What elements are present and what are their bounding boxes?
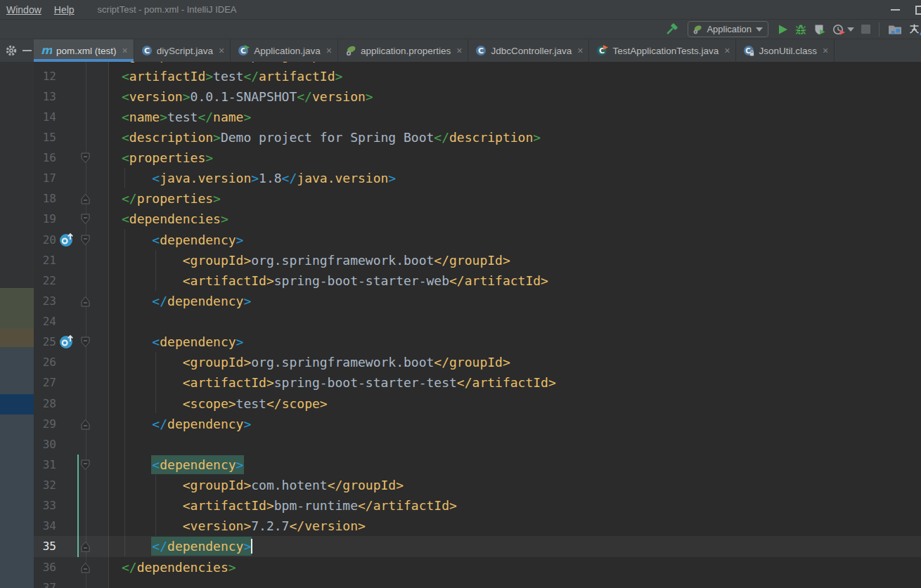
code-line[interactable]: 37: [34, 577, 921, 588]
code-line[interactable]: 32 <groupId>com.hotent</groupId>: [34, 475, 921, 495]
line-number[interactable]: 13: [34, 86, 56, 107]
run-button[interactable]: [778, 21, 788, 38]
fold-marker-down[interactable]: [81, 459, 90, 473]
code-line[interactable]: 23 </dependency>: [34, 291, 921, 311]
run-config-selector[interactable]: Application: [688, 21, 768, 37]
tab-jdbccontroller-java[interactable]: CJdbcController.java×: [468, 39, 589, 62]
class-run-icon: C: [238, 45, 250, 56]
line-number[interactable]: 29: [34, 414, 56, 434]
line-number[interactable]: 32: [34, 475, 56, 495]
close-icon[interactable]: ×: [823, 45, 828, 56]
line-number[interactable]: 27: [34, 372, 56, 393]
line-number[interactable]: 31: [34, 455, 56, 475]
close-icon[interactable]: ×: [219, 45, 224, 56]
profiler-button[interactable]: [832, 21, 845, 38]
translate-button[interactable]: A: [909, 21, 921, 38]
line-number[interactable]: 24: [34, 311, 56, 332]
code-line[interactable]: 28 <scope>test</scope>: [34, 393, 921, 414]
minimize-button[interactable]: [891, 9, 900, 11]
tool-windows-button[interactable]: [888, 21, 902, 38]
code-line[interactable]: 36</dependencies>: [34, 557, 921, 577]
code-line[interactable]: 34 <version>7.2.7</version>: [34, 516, 921, 536]
line-number[interactable]: 19: [34, 209, 56, 229]
line-number[interactable]: 14: [34, 107, 56, 127]
line-number[interactable]: 35: [34, 536, 56, 556]
code-line[interactable]: 29 </dependency>: [34, 414, 921, 434]
code-line[interactable]: 20 <dependency>: [34, 230, 921, 250]
line-number[interactable]: 15: [34, 127, 56, 148]
editor-pane[interactable]: 11<groupId>com.script</groupId>12<artifa…: [34, 62, 921, 588]
line-number[interactable]: 37: [34, 577, 56, 588]
code-line[interactable]: 17 <java.version>1.8</java.version>: [34, 168, 921, 188]
fold-marker-up[interactable]: [81, 562, 90, 576]
menu-item-window[interactable]: Window: [0, 4, 48, 15]
tab-diyscript-java[interactable]: CdiyScript.java×: [134, 39, 231, 62]
tab-pom-xml-test-[interactable]: mpom.xml (test)×: [34, 39, 134, 62]
line-number[interactable]: 20: [34, 230, 56, 250]
line-number[interactable]: 33: [34, 495, 56, 516]
line-number[interactable]: 22: [34, 270, 56, 291]
matched-tag-highlight: <dependency>: [151, 455, 244, 474]
stop-button[interactable]: [861, 21, 870, 38]
debug-button[interactable]: [795, 21, 806, 38]
code-line[interactable]: 18</properties>: [34, 188, 921, 209]
line-number[interactable]: 34: [34, 516, 56, 536]
code-text: <dependency>: [122, 230, 243, 250]
code-line[interactable]: 12<artifactId>test</artifactId>: [34, 66, 921, 86]
code-line[interactable]: 19<dependencies>: [34, 209, 921, 229]
code-line[interactable]: 13<version>0.0.1-SNAPSHOT</version>: [34, 86, 921, 107]
line-number[interactable]: 26: [34, 352, 56, 372]
maven-dependency-gutter-icon[interactable]: [59, 334, 75, 352]
close-icon[interactable]: ×: [326, 45, 332, 56]
line-number[interactable]: 17: [34, 168, 56, 188]
tab-application-properties[interactable]: application.properties×: [338, 39, 469, 62]
close-icon[interactable]: ×: [122, 45, 128, 56]
code-line[interactable]: 30: [34, 434, 921, 455]
fold-marker-down[interactable]: [81, 152, 90, 166]
fold-marker-up[interactable]: [81, 296, 90, 310]
settings-gear-button[interactable]: [5, 44, 18, 57]
code-line[interactable]: 24: [34, 311, 921, 332]
code-line[interactable]: 35 </dependency>: [34, 536, 921, 556]
maven-dependency-gutter-icon[interactable]: [59, 232, 75, 250]
code-line[interactable]: 21 <groupId>org.springframework.boot</gr…: [34, 250, 921, 270]
code-line[interactable]: 27 <artifactId>spring-boot-starter-test<…: [34, 372, 921, 393]
code-text: <dependencies>: [122, 209, 228, 229]
close-icon[interactable]: ×: [456, 45, 462, 56]
line-number[interactable]: 23: [34, 291, 56, 311]
build-hammer-button[interactable]: [664, 21, 678, 38]
fold-marker-down[interactable]: [81, 235, 90, 249]
line-number[interactable]: 25: [34, 332, 56, 352]
run-with-coverage-button[interactable]: [813, 21, 825, 38]
code-line[interactable]: 31 <dependency>: [34, 455, 921, 475]
line-number[interactable]: 16: [34, 148, 56, 168]
profiler-chevron-icon[interactable]: [847, 21, 854, 38]
fold-marker-up[interactable]: [81, 419, 90, 433]
tab-testapplicationtests-java[interactable]: CTestApplicationTests.java×: [589, 39, 736, 62]
hide-panel-button[interactable]: [22, 50, 32, 51]
code-line[interactable]: 15<description>Demo project for Spring B…: [34, 127, 921, 148]
line-number[interactable]: 21: [34, 250, 56, 270]
code-line[interactable]: 14<name>test</name>: [34, 107, 921, 127]
code-line[interactable]: 22 <artifactId>spring-boot-starter-web</…: [34, 270, 921, 291]
maximize-button[interactable]: [915, 6, 921, 15]
line-number[interactable]: 36: [34, 557, 56, 577]
code-line[interactable]: 33 <artifactId>bpm-runtime</artifactId>: [34, 495, 921, 516]
menu-item-help[interactable]: Help: [48, 4, 81, 15]
line-number[interactable]: 28: [34, 393, 56, 414]
fold-marker-down[interactable]: [81, 337, 90, 351]
line-number[interactable]: 30: [34, 434, 56, 455]
code-line[interactable]: 26 <groupId>org.springframework.boot</gr…: [34, 352, 921, 372]
fold-marker-up[interactable]: [81, 541, 90, 555]
line-number[interactable]: 12: [34, 66, 56, 86]
code-line[interactable]: 16<properties>: [34, 148, 921, 168]
close-icon[interactable]: ×: [724, 45, 730, 56]
fold-marker-down[interactable]: [81, 214, 90, 228]
close-icon[interactable]: ×: [577, 45, 583, 56]
line-number[interactable]: 18: [34, 188, 56, 209]
tab-application-java[interactable]: CApplication.java×: [231, 39, 338, 62]
fold-marker-up[interactable]: [81, 193, 90, 207]
tab-jsonutil-class[interactable]: CJsonUtil.class×: [736, 39, 835, 62]
code-text: <artifactId>spring-boot-starter-web</art…: [122, 270, 548, 291]
code-line[interactable]: 25 <dependency>: [34, 332, 921, 352]
